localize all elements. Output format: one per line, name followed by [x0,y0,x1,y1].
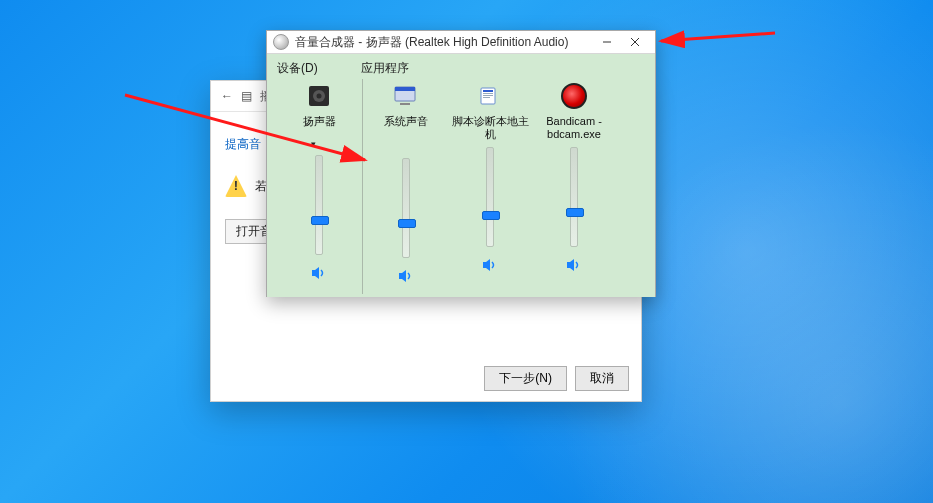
annotation-arrow-right [655,25,785,58]
system-sounds-icon[interactable] [391,81,421,111]
svg-rect-9 [400,103,410,105]
close-button[interactable] [621,31,649,53]
mute-button-device[interactable] [310,265,328,283]
volume-mixer-window: 音量合成器 - 扬声器 (Realtek High Definition Aud… [266,30,656,297]
svg-rect-15 [483,97,490,98]
mixer-app-icon [273,34,289,50]
speaker-icon [311,266,327,283]
slider-thumb[interactable] [482,211,500,220]
speaker-icon [566,258,582,275]
mixer-label: 扬声器 [303,115,336,141]
mixer-column-device: 扬声器 ▾ [277,79,361,299]
mixer-label: 脚本诊断本地主机 [448,115,532,141]
column-separator [362,79,363,294]
volume-slider-bandicam[interactable] [570,147,578,247]
slider-thumb[interactable] [398,219,416,228]
mixer-title-text: 音量合成器 - 扬声器 (Realtek High Definition Aud… [295,34,568,51]
next-button[interactable]: 下一步(N) [484,366,567,391]
mute-button-bandicam[interactable] [565,257,583,275]
back-icon[interactable]: ← [221,89,233,103]
mixer-titlebar[interactable]: 音量合成器 - 扬声器 (Realtek High Definition Aud… [267,31,655,54]
mixer-column-app: Bandicam - bdcam.exe [532,79,616,299]
speaker-icon [482,258,498,275]
device-dropdown-caret-icon[interactable]: ▾ [311,139,316,149]
slider-thumb[interactable] [311,216,329,225]
svg-marker-16 [483,259,490,271]
header-applications: 应用程序 [361,60,409,77]
mixer-column-app: 系统声音 [364,79,448,299]
volume-slider-device[interactable] [315,155,323,255]
svg-rect-13 [483,93,493,94]
cancel-button[interactable]: 取消 [575,366,629,391]
close-icon [630,37,640,47]
svg-rect-14 [483,95,493,96]
minimize-icon [602,37,612,47]
svg-marker-17 [567,259,574,271]
svg-rect-12 [483,90,493,92]
mute-button-script-host[interactable] [481,257,499,275]
speaker-device-icon[interactable] [304,81,334,111]
mixer-label: 系统声音 [384,115,428,141]
mute-button-system-sounds[interactable] [397,268,415,286]
mixer-label: Bandicam - bdcam.exe [532,115,616,141]
minimize-button[interactable] [593,31,621,53]
svg-point-5 [317,94,322,99]
volume-slider-script-host[interactable] [486,147,494,247]
svg-line-19 [661,33,775,41]
speaker-icon [398,269,414,286]
script-host-icon[interactable] [475,81,505,111]
slider-thumb[interactable] [566,208,584,217]
bandicam-icon[interactable] [559,81,589,111]
svg-marker-6 [312,267,319,279]
warning-icon [225,175,247,197]
volume-slider-system-sounds[interactable] [402,158,410,258]
svg-rect-8 [395,87,415,91]
svg-marker-10 [399,270,406,282]
header-device: 设备(D) [277,60,361,77]
doc-icon: ▤ [241,89,252,103]
mixer-column-app: 脚本诊断本地主机 [448,79,532,299]
